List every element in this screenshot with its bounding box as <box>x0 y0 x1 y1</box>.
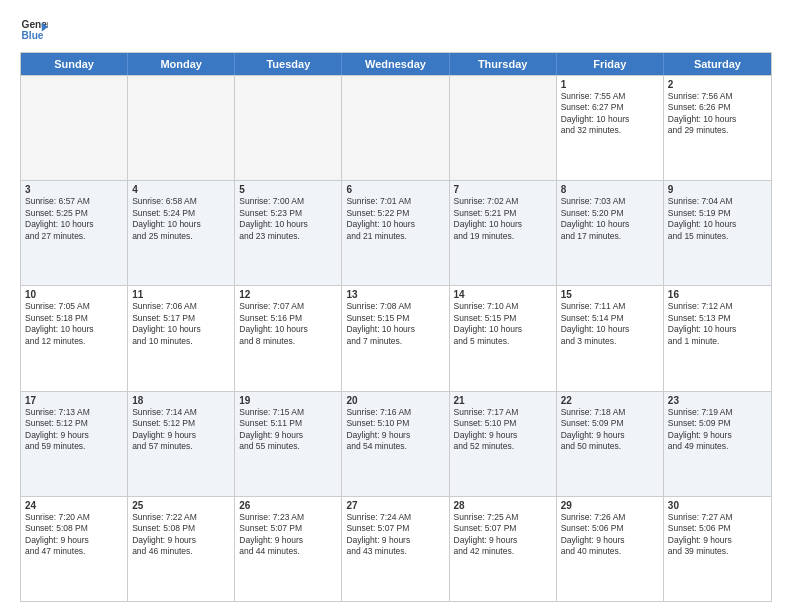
day-info: Sunrise: 7:27 AM Sunset: 5:06 PM Dayligh… <box>668 512 767 558</box>
cal-cell-0-0 <box>21 76 128 180</box>
cal-cell-0-5: 1Sunrise: 7:55 AM Sunset: 6:27 PM Daylig… <box>557 76 664 180</box>
day-info: Sunrise: 7:10 AM Sunset: 5:15 PM Dayligh… <box>454 301 552 347</box>
logo: General Blue <box>20 16 48 44</box>
cal-cell-1-1: 4Sunrise: 6:58 AM Sunset: 5:24 PM Daylig… <box>128 181 235 285</box>
calendar: Sunday Monday Tuesday Wednesday Thursday… <box>20 52 772 602</box>
cal-cell-3-3: 20Sunrise: 7:16 AM Sunset: 5:10 PM Dayli… <box>342 392 449 496</box>
day-info: Sunrise: 7:18 AM Sunset: 5:09 PM Dayligh… <box>561 407 659 453</box>
cal-cell-2-5: 15Sunrise: 7:11 AM Sunset: 5:14 PM Dayli… <box>557 286 664 390</box>
cal-cell-4-5: 29Sunrise: 7:26 AM Sunset: 5:06 PM Dayli… <box>557 497 664 601</box>
cal-cell-2-6: 16Sunrise: 7:12 AM Sunset: 5:13 PM Dayli… <box>664 286 771 390</box>
day-number: 30 <box>668 500 767 511</box>
logo-icon: General Blue <box>20 16 48 44</box>
cal-cell-0-2 <box>235 76 342 180</box>
day-number: 9 <box>668 184 767 195</box>
cal-cell-1-5: 8Sunrise: 7:03 AM Sunset: 5:20 PM Daylig… <box>557 181 664 285</box>
day-info: Sunrise: 6:57 AM Sunset: 5:25 PM Dayligh… <box>25 196 123 242</box>
cal-cell-4-3: 27Sunrise: 7:24 AM Sunset: 5:07 PM Dayli… <box>342 497 449 601</box>
day-info: Sunrise: 7:22 AM Sunset: 5:08 PM Dayligh… <box>132 512 230 558</box>
day-number: 12 <box>239 289 337 300</box>
day-info: Sunrise: 7:01 AM Sunset: 5:22 PM Dayligh… <box>346 196 444 242</box>
header: General Blue <box>20 16 772 44</box>
day-info: Sunrise: 7:13 AM Sunset: 5:12 PM Dayligh… <box>25 407 123 453</box>
cal-cell-0-6: 2Sunrise: 7:56 AM Sunset: 6:26 PM Daylig… <box>664 76 771 180</box>
page: General Blue Sunday Monday Tuesday Wedne… <box>0 0 792 612</box>
day-number: 23 <box>668 395 767 406</box>
cal-cell-2-1: 11Sunrise: 7:06 AM Sunset: 5:17 PM Dayli… <box>128 286 235 390</box>
cal-cell-3-1: 18Sunrise: 7:14 AM Sunset: 5:12 PM Dayli… <box>128 392 235 496</box>
cal-cell-4-6: 30Sunrise: 7:27 AM Sunset: 5:06 PM Dayli… <box>664 497 771 601</box>
day-info: Sunrise: 6:58 AM Sunset: 5:24 PM Dayligh… <box>132 196 230 242</box>
day-info: Sunrise: 7:19 AM Sunset: 5:09 PM Dayligh… <box>668 407 767 453</box>
cal-cell-3-0: 17Sunrise: 7:13 AM Sunset: 5:12 PM Dayli… <box>21 392 128 496</box>
calendar-body: 1Sunrise: 7:55 AM Sunset: 6:27 PM Daylig… <box>21 75 771 601</box>
day-info: Sunrise: 7:14 AM Sunset: 5:12 PM Dayligh… <box>132 407 230 453</box>
cal-cell-3-6: 23Sunrise: 7:19 AM Sunset: 5:09 PM Dayli… <box>664 392 771 496</box>
day-number: 24 <box>25 500 123 511</box>
cal-row-2: 10Sunrise: 7:05 AM Sunset: 5:18 PM Dayli… <box>21 285 771 390</box>
cal-cell-2-0: 10Sunrise: 7:05 AM Sunset: 5:18 PM Dayli… <box>21 286 128 390</box>
day-number: 29 <box>561 500 659 511</box>
day-number: 22 <box>561 395 659 406</box>
day-info: Sunrise: 7:04 AM Sunset: 5:19 PM Dayligh… <box>668 196 767 242</box>
day-info: Sunrise: 7:00 AM Sunset: 5:23 PM Dayligh… <box>239 196 337 242</box>
day-info: Sunrise: 7:16 AM Sunset: 5:10 PM Dayligh… <box>346 407 444 453</box>
cal-cell-1-0: 3Sunrise: 6:57 AM Sunset: 5:25 PM Daylig… <box>21 181 128 285</box>
cal-cell-2-3: 13Sunrise: 7:08 AM Sunset: 5:15 PM Dayli… <box>342 286 449 390</box>
day-number: 5 <box>239 184 337 195</box>
day-info: Sunrise: 7:23 AM Sunset: 5:07 PM Dayligh… <box>239 512 337 558</box>
cal-cell-2-2: 12Sunrise: 7:07 AM Sunset: 5:16 PM Dayli… <box>235 286 342 390</box>
day-info: Sunrise: 7:07 AM Sunset: 5:16 PM Dayligh… <box>239 301 337 347</box>
cal-cell-4-4: 28Sunrise: 7:25 AM Sunset: 5:07 PM Dayli… <box>450 497 557 601</box>
day-info: Sunrise: 7:20 AM Sunset: 5:08 PM Dayligh… <box>25 512 123 558</box>
cal-cell-3-5: 22Sunrise: 7:18 AM Sunset: 5:09 PM Dayli… <box>557 392 664 496</box>
day-number: 11 <box>132 289 230 300</box>
day-number: 6 <box>346 184 444 195</box>
cal-row-0: 1Sunrise: 7:55 AM Sunset: 6:27 PM Daylig… <box>21 75 771 180</box>
cal-cell-3-2: 19Sunrise: 7:15 AM Sunset: 5:11 PM Dayli… <box>235 392 342 496</box>
day-number: 28 <box>454 500 552 511</box>
cal-cell-0-1 <box>128 76 235 180</box>
day-number: 19 <box>239 395 337 406</box>
cal-cell-1-6: 9Sunrise: 7:04 AM Sunset: 5:19 PM Daylig… <box>664 181 771 285</box>
cal-cell-2-4: 14Sunrise: 7:10 AM Sunset: 5:15 PM Dayli… <box>450 286 557 390</box>
cal-cell-4-0: 24Sunrise: 7:20 AM Sunset: 5:08 PM Dayli… <box>21 497 128 601</box>
cal-cell-0-3 <box>342 76 449 180</box>
day-number: 17 <box>25 395 123 406</box>
day-info: Sunrise: 7:03 AM Sunset: 5:20 PM Dayligh… <box>561 196 659 242</box>
day-info: Sunrise: 7:02 AM Sunset: 5:21 PM Dayligh… <box>454 196 552 242</box>
cal-cell-4-2: 26Sunrise: 7:23 AM Sunset: 5:07 PM Dayli… <box>235 497 342 601</box>
day-number: 3 <box>25 184 123 195</box>
day-number: 14 <box>454 289 552 300</box>
day-number: 13 <box>346 289 444 300</box>
day-info: Sunrise: 7:56 AM Sunset: 6:26 PM Dayligh… <box>668 91 767 137</box>
day-number: 27 <box>346 500 444 511</box>
cal-cell-4-1: 25Sunrise: 7:22 AM Sunset: 5:08 PM Dayli… <box>128 497 235 601</box>
cal-cell-1-3: 6Sunrise: 7:01 AM Sunset: 5:22 PM Daylig… <box>342 181 449 285</box>
day-number: 1 <box>561 79 659 90</box>
header-monday: Monday <box>128 53 235 75</box>
header-tuesday: Tuesday <box>235 53 342 75</box>
day-number: 2 <box>668 79 767 90</box>
day-info: Sunrise: 7:12 AM Sunset: 5:13 PM Dayligh… <box>668 301 767 347</box>
day-info: Sunrise: 7:55 AM Sunset: 6:27 PM Dayligh… <box>561 91 659 137</box>
header-friday: Friday <box>557 53 664 75</box>
header-thursday: Thursday <box>450 53 557 75</box>
svg-text:Blue: Blue <box>22 30 44 41</box>
day-info: Sunrise: 7:05 AM Sunset: 5:18 PM Dayligh… <box>25 301 123 347</box>
day-number: 26 <box>239 500 337 511</box>
cal-row-4: 24Sunrise: 7:20 AM Sunset: 5:08 PM Dayli… <box>21 496 771 601</box>
cal-cell-3-4: 21Sunrise: 7:17 AM Sunset: 5:10 PM Dayli… <box>450 392 557 496</box>
day-number: 4 <box>132 184 230 195</box>
day-number: 18 <box>132 395 230 406</box>
day-number: 15 <box>561 289 659 300</box>
day-info: Sunrise: 7:24 AM Sunset: 5:07 PM Dayligh… <box>346 512 444 558</box>
header-wednesday: Wednesday <box>342 53 449 75</box>
day-info: Sunrise: 7:11 AM Sunset: 5:14 PM Dayligh… <box>561 301 659 347</box>
header-sunday: Sunday <box>21 53 128 75</box>
cal-cell-1-2: 5Sunrise: 7:00 AM Sunset: 5:23 PM Daylig… <box>235 181 342 285</box>
day-number: 16 <box>668 289 767 300</box>
day-number: 7 <box>454 184 552 195</box>
day-info: Sunrise: 7:15 AM Sunset: 5:11 PM Dayligh… <box>239 407 337 453</box>
day-number: 25 <box>132 500 230 511</box>
